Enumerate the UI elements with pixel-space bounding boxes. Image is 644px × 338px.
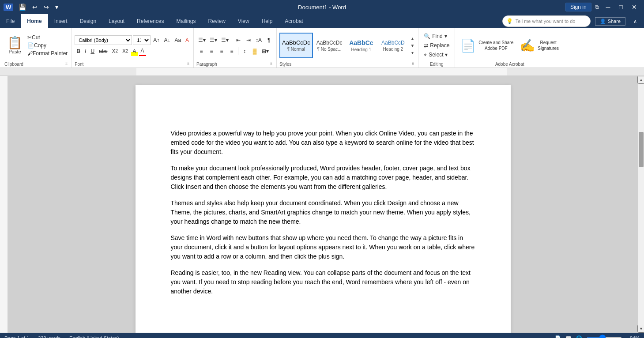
font-size-select[interactable]: 11: [133, 35, 151, 45]
styles-scroll-up[interactable]: ▲: [409, 35, 415, 42]
clipboard-label: Clipboard: [4, 61, 23, 67]
sign-in-button[interactable]: Sign in: [565, 3, 591, 11]
underline-button[interactable]: U: [89, 46, 96, 56]
subscript-button[interactable]: X2: [110, 46, 120, 56]
font-case-button[interactable]: Aa: [173, 35, 183, 45]
italic-button[interactable]: I: [83, 46, 88, 56]
paragraph-label: Paragraph: [196, 61, 217, 67]
styles-scroll-down[interactable]: ▼: [409, 42, 415, 49]
font-name-select[interactable]: Calibri (Body): [75, 35, 132, 45]
title-bar-right: Sign in ⧉ ─ □ ✕: [565, 0, 640, 14]
minimize-button[interactable]: ─: [603, 0, 614, 14]
align-center-button[interactable]: ≡: [207, 46, 216, 56]
style-heading2[interactable]: AaBbCcD Heading 2: [377, 33, 408, 58]
sort-button[interactable]: ↕A: [254, 35, 264, 45]
scroll-up-button[interactable]: ▲: [637, 76, 644, 84]
replace-label: Replace: [430, 42, 449, 49]
share-button[interactable]: 👤 Share: [595, 17, 625, 26]
status-left: Page 1 of 1 239 words English (United St…: [4, 335, 119, 338]
scroll-thumb[interactable]: [639, 132, 644, 167]
tab-insert[interactable]: Insert: [48, 14, 74, 28]
tab-review[interactable]: Review: [202, 14, 231, 28]
paste-button[interactable]: 📋 Paste: [4, 35, 25, 56]
create-share-pdf-button[interactable]: 📄 Create and ShareAdobe PDF: [458, 38, 516, 54]
tab-help[interactable]: Help: [256, 14, 279, 28]
select-button[interactable]: ⌖ Select ▾: [421, 51, 452, 59]
web-view-button[interactable]: 🌐: [576, 335, 582, 338]
show-hide-button[interactable]: ¶: [264, 35, 274, 45]
clear-format-button[interactable]: A: [184, 35, 191, 45]
maximize-button[interactable]: □: [616, 0, 626, 14]
numbered-button[interactable]: ☰▾: [208, 35, 219, 45]
font-grow-button[interactable]: A↑: [151, 35, 161, 45]
align-right-button[interactable]: ≡: [217, 46, 226, 56]
superscript-button[interactable]: X2: [121, 46, 130, 56]
replace-icon: ⇄: [424, 42, 428, 49]
find-button[interactable]: 🔍 Find ▾: [421, 32, 452, 40]
replace-button[interactable]: ⇄ Replace: [421, 41, 452, 49]
border-button[interactable]: ⊞▾: [260, 46, 271, 56]
ribbon-tabs: File Home Insert Design Layout Reference…: [0, 14, 644, 28]
format-painter-button[interactable]: 🖌 Format Painter: [26, 50, 69, 57]
tell-me-placeholder: Tell me what you want to do: [516, 19, 576, 24]
paragraph-3: Themes and styles also help keep your do…: [171, 199, 475, 226]
copy-button[interactable]: 📄 Copy: [26, 42, 69, 49]
reading-view-button[interactable]: 📖: [565, 335, 572, 338]
strikethrough-button[interactable]: abc: [97, 46, 109, 56]
style-heading1[interactable]: AaBbCc Heading 1: [346, 33, 377, 58]
restore-button[interactable]: ⧉: [593, 3, 601, 11]
style-normal[interactable]: AaBbCcDc ¶ Normal: [279, 33, 313, 58]
line-spacing-button[interactable]: ↕: [240, 46, 249, 56]
quick-access-dropdown[interactable]: ▾: [53, 3, 60, 11]
style-h1-preview: AaBbCc: [349, 39, 373, 46]
align-left-button[interactable]: ≡: [196, 46, 206, 56]
text-highlight-button[interactable]: A: [131, 46, 138, 56]
style-no-space[interactable]: AaBbCcDc ¶ No Spac...: [314, 33, 345, 58]
justify-button[interactable]: ≡: [227, 46, 237, 56]
clipboard-dialog-button[interactable]: ⌗: [64, 61, 69, 67]
shading-button[interactable]: ▓: [250, 46, 260, 56]
layout-view-button[interactable]: 📄: [555, 335, 561, 338]
save-button[interactable]: 💾: [17, 3, 28, 11]
tab-references[interactable]: References: [131, 14, 170, 28]
svg-rect-2: [507, 68, 636, 76]
find-dropdown-icon: ▾: [444, 33, 447, 39]
font-dialog-button[interactable]: ⌗: [186, 61, 191, 67]
close-button[interactable]: ✕: [628, 0, 640, 14]
bold-button[interactable]: B: [75, 46, 82, 56]
scroll-down-button[interactable]: ▼: [637, 325, 644, 333]
tab-home[interactable]: Home: [21, 14, 48, 28]
paragraph-dialog-button[interactable]: ⌗: [269, 61, 274, 67]
decrease-indent-button[interactable]: ⇤: [233, 35, 243, 45]
redo-button[interactable]: ↪: [42, 3, 51, 11]
style-normal-preview: AaBbCcDc: [282, 39, 310, 46]
tab-mailings[interactable]: Mailings: [170, 14, 202, 28]
tab-design[interactable]: Design: [74, 14, 102, 28]
editing-controls: 🔍 Find ▾ ⇄ Replace ⌖ Select ▾: [421, 32, 452, 59]
paragraph-5: Reading is easier, too, in the new Readi…: [171, 268, 475, 296]
increase-indent-button[interactable]: ⇥: [244, 35, 253, 45]
bullets-button[interactable]: ☰▾: [196, 35, 207, 45]
find-icon: 🔍: [424, 33, 430, 39]
acrobat-content: 📄 Create and ShareAdobe PDF ✍ RequestSig…: [458, 30, 561, 61]
font-shrink-button[interactable]: A↓: [162, 35, 172, 45]
tab-layout[interactable]: Layout: [102, 14, 131, 28]
scroll-track[interactable]: [638, 84, 644, 325]
tab-file[interactable]: File: [0, 14, 21, 28]
request-signatures-button[interactable]: ✍ RequestSignatures: [517, 38, 561, 54]
font-color-button[interactable]: A: [139, 46, 146, 56]
window-title: Document1 - Word: [298, 4, 346, 11]
undo-button[interactable]: ↩: [30, 3, 39, 11]
editing-label: Editing: [430, 61, 444, 67]
ribbon-collapse-button[interactable]: ∧: [630, 14, 640, 28]
clipboard-small-buttons: ✂ Cut 📄 Copy 🖌 Format Painter: [26, 34, 69, 57]
multilevel-button[interactable]: ☰▾: [219, 35, 230, 45]
document-area[interactable]: Video provides a powerful way to help yo…: [8, 76, 638, 333]
styles-dialog-button[interactable]: ⌗: [411, 61, 415, 67]
zoom-level: 94%: [626, 335, 640, 338]
tab-view[interactable]: View: [232, 14, 256, 28]
cut-button[interactable]: ✂ Cut: [26, 34, 69, 41]
tab-acrobat[interactable]: Acrobat: [279, 14, 309, 28]
tell-me-input[interactable]: 💡 Tell me what you want to do: [502, 15, 591, 27]
styles-more-button[interactable]: ▾: [409, 49, 415, 56]
